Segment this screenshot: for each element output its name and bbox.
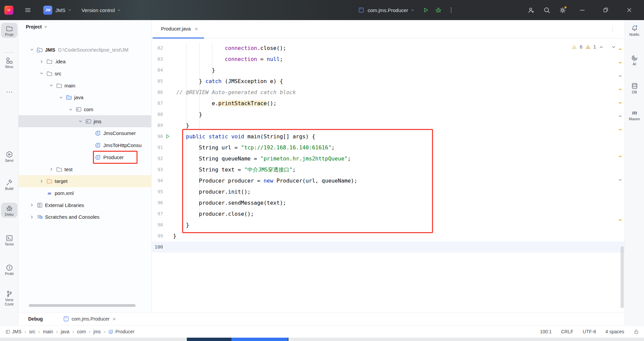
- tree-row-pom-xml[interactable]: mpom.xml: [18, 187, 151, 199]
- tree-row-jmsconsumer[interactable]: CJmsConsumer: [18, 127, 151, 139]
- settings-button[interactable]: [559, 7, 566, 14]
- line-number[interactable]: 82: [152, 43, 163, 54]
- tree-row-producer[interactable]: CProducer: [18, 151, 151, 163]
- sidebar-item-ai[interactable]: AI: [626, 52, 643, 67]
- line-number[interactable]: 90: [152, 131, 163, 142]
- code-line-88[interactable]: 88 }: [152, 109, 625, 120]
- line-number[interactable]: 96: [152, 197, 163, 208]
- status-line-ending[interactable]: CRLF: [561, 329, 574, 334]
- line-number[interactable]: 100: [152, 242, 163, 253]
- run-config-selector[interactable]: com.jms.Producer: [368, 7, 415, 13]
- sidebar-item-more[interactable]: [1, 86, 17, 97]
- error-stripe-mark[interactable]: [619, 62, 622, 63]
- debug-session-tab[interactable]: com.jms.Producer: [63, 316, 117, 322]
- tree-row-com[interactable]: com: [18, 104, 151, 116]
- chevron-down-icon[interactable]: [77, 118, 84, 124]
- sidebar-item-structure[interactable]: Struc: [1, 55, 17, 70]
- tree-row-src[interactable]: src: [18, 67, 151, 79]
- line-number[interactable]: 86: [152, 87, 163, 98]
- tree-row-java[interactable]: java: [18, 91, 151, 104]
- error-stripe-mark[interactable]: [619, 89, 622, 90]
- code-line-83[interactable]: 83 connection = null;: [152, 54, 625, 65]
- chevron-right-icon[interactable]: [38, 178, 45, 184]
- close-button[interactable]: [622, 0, 637, 20]
- tab-producer-java[interactable]: Producer.java: [153, 20, 204, 39]
- line-number[interactable]: 89: [152, 120, 163, 131]
- error-stripe-mark[interactable]: [619, 116, 622, 117]
- code-line-91[interactable]: 91 String url = "tcp://192.168.16.140:61…: [152, 142, 625, 153]
- project-panel-header[interactable]: Project: [26, 24, 48, 29]
- code-line-82[interactable]: 82 connection.close();: [152, 43, 625, 54]
- editor-vscrollbar[interactable]: [621, 246, 624, 308]
- debug-button[interactable]: [435, 7, 442, 13]
- editor-more-button[interactable]: [609, 26, 616, 33]
- sidebar-item-terminal[interactable]: Termi: [1, 232, 17, 248]
- chevron-right-icon[interactable]: [29, 202, 35, 208]
- sidebar-item-notifications[interactable]: Notific: [626, 23, 643, 38]
- line-number[interactable]: 87: [152, 98, 163, 109]
- tree-row-external-libraries[interactable]: External Libraries: [18, 199, 151, 211]
- error-stripe-mark[interactable]: [619, 75, 622, 77]
- next-problem-button[interactable]: [611, 44, 616, 50]
- line-number[interactable]: 95: [152, 186, 163, 197]
- code-line-96[interactable]: 96 producer.sendMessage(text);: [152, 197, 625, 208]
- line-number[interactable]: 88: [152, 109, 163, 120]
- tree-row-jmstohttpconsu[interactable]: CJmsToHttpConsu: [18, 139, 151, 151]
- code-line-90[interactable]: 90 public static void main(String[] args…: [152, 131, 625, 142]
- error-stripe-mark[interactable]: [619, 156, 622, 157]
- sidebar-item-project[interactable]: Proje: [1, 23, 17, 38]
- code-line-97[interactable]: 97 producer.close();: [152, 208, 625, 219]
- code-with-me-button[interactable]: [528, 7, 535, 14]
- restore-button[interactable]: [598, 0, 613, 20]
- line-number[interactable]: 98: [152, 219, 163, 230]
- status-encoding[interactable]: UTF-8: [583, 329, 596, 334]
- line-number[interactable]: 85: [152, 76, 163, 87]
- code-line-92[interactable]: 92 String queueName = "primeton.hr.jms2h…: [152, 153, 625, 164]
- inspections-widget[interactable]: ! 6 ! 1: [571, 44, 616, 50]
- tree-row-jms[interactable]: jms: [18, 115, 151, 127]
- error-stripe-mark[interactable]: [619, 49, 622, 50]
- project-widget[interactable]: JMS: [55, 7, 72, 13]
- minimize-button[interactable]: [575, 0, 590, 20]
- code-line-85[interactable]: 85 } catch (JMSException e) {: [152, 76, 625, 87]
- close-icon[interactable]: [194, 27, 199, 31]
- lock-icon[interactable]: [634, 329, 639, 335]
- code-line-95[interactable]: 95 producer.init();: [152, 186, 625, 197]
- run-gutter-icon[interactable]: [165, 134, 170, 139]
- run-button[interactable]: [422, 7, 429, 13]
- sidebar-item-debug[interactable]: Debu: [1, 203, 17, 218]
- tree-row-jms[interactable]: JMSD:\CodeSource\eclipse_test\JM: [18, 44, 151, 56]
- breadcrumb-producer[interactable]: CProducer: [108, 329, 135, 334]
- code-line-89[interactable]: 89 }: [152, 120, 625, 131]
- breadcrumb-jms[interactable]: jms: [94, 329, 101, 334]
- breadcrumb-src[interactable]: src: [29, 329, 36, 334]
- sidebar-item-maven[interactable]: mMaven: [626, 107, 643, 122]
- chevron-down-icon[interactable]: [29, 47, 35, 53]
- code-line-84[interactable]: 84 }: [152, 65, 625, 76]
- chevron-down-icon[interactable]: [67, 107, 74, 113]
- search-everywhere-button[interactable]: [543, 7, 550, 14]
- line-number[interactable]: 83: [152, 54, 163, 65]
- tree-row-target[interactable]: target: [18, 175, 151, 187]
- tree-row-test[interactable]: test: [18, 163, 151, 175]
- code-line-100[interactable]: 100: [152, 242, 625, 253]
- prev-problem-button[interactable]: [598, 44, 604, 50]
- debug-panel-title[interactable]: Debug: [28, 316, 43, 322]
- sidebar-item-database[interactable]: DB: [626, 80, 643, 95]
- error-stripe-mark[interactable]: [619, 129, 622, 130]
- line-number[interactable]: 92: [152, 153, 163, 164]
- sidebar-item-version[interactable]: VersiContr: [1, 288, 17, 308]
- chevron-right-icon[interactable]: [48, 166, 55, 172]
- line-number[interactable]: 84: [152, 65, 163, 76]
- line-number[interactable]: 99: [152, 230, 163, 242]
- breadcrumb-jms[interactable]: JMS: [5, 329, 21, 334]
- tree-row-scratches-and-consoles[interactable]: Scratches and Consoles: [18, 211, 151, 223]
- line-number[interactable]: 94: [152, 175, 163, 186]
- code-line-87[interactable]: 87 e.printStackTrace();: [152, 98, 625, 109]
- chevron-down-icon[interactable]: [48, 82, 55, 88]
- sidebar-item-services[interactable]: Servi: [1, 149, 17, 164]
- tree-row-main[interactable]: main: [18, 79, 151, 91]
- code-editor[interactable]: 82 connection.close();83 connection = nu…: [152, 39, 625, 312]
- error-stripe-mark[interactable]: [619, 179, 622, 181]
- vcs-widget[interactable]: Version control: [82, 7, 121, 13]
